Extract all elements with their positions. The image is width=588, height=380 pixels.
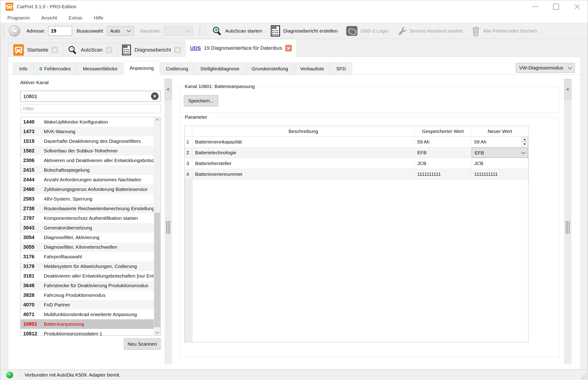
channel-item-3181[interactable]: 3181Deaktivieren aller Entwicklungsbotsc… [21,271,157,281]
subtab-anpassung[interactable]: Anpassung [124,61,160,75]
channel-item-10812[interactable]: 10812Produktionsprozessdaten 1 [21,329,157,336]
new-value-cell[interactable]: 1111111111 [471,169,528,179]
scrollbar-thumb[interactable] [154,213,160,327]
obd2-engine-icon [346,26,358,36]
active-channel-input[interactable] [21,91,149,102]
channel-item-1519[interactable]: 1519Dauerhafte Deaktivierung des Diagnos… [21,136,157,146]
toolbar-grip[interactable] [199,26,202,36]
channel-item-2787[interactable]: 2787Komponentenschutz Authentifikation s… [21,213,157,223]
clear-channel-icon[interactable] [151,92,159,100]
channel-item-2415[interactable]: 2415Botschaftsspiegelung [21,165,157,175]
splitter-grip-icon[interactable] [566,221,567,234]
corner-cell [185,126,192,136]
subtab-grundeinstellung[interactable]: Grundeinstellung [245,63,294,75]
spinner-up-icon[interactable] [522,137,528,142]
collapse-right-button[interactable]: < [564,79,571,100]
connect-go-button[interactable] [8,25,21,37]
autoscan-start-button[interactable]: AutoScan starten [208,24,266,38]
channel-item-2460[interactable]: 2460Zyklisierungsgrenze Anforderung Batt… [21,185,157,194]
channel-item-3828[interactable]: 3828Fahrzeug Produktionsmodus [21,290,157,300]
toolbar: Adresse: Busauswahl: Auto Baudrate: Auto… [0,23,588,39]
save-button[interactable]: Speichern... [184,95,218,107]
subtab-sfd[interactable]: SFD [330,63,352,75]
channel-item-1440[interactable]: 1440WakeUpMonitor Konfiguration [21,117,157,127]
create-report-button[interactable]: OBD Diagnosebericht erstellen [266,24,342,38]
param-description: Batterietechnologie [192,147,415,158]
scroll-down-icon[interactable] [154,329,160,335]
channel-item-2444[interactable]: 2444Anzahl Anforderungen autonomes Nachl… [21,175,157,185]
bus-select[interactable]: Auto [107,26,134,36]
parameter-table-header: Beschreibung Gespeicherter Wert Neuer We… [185,126,528,137]
toolbar-grip[interactable] [2,26,4,36]
channel-item-1473[interactable]: 1473MVK-Warnung [21,127,157,136]
channel-item-10801[interactable]: 10801Batterieanpassung [21,319,157,329]
right-splitter[interactable]: < [564,79,571,364]
menu-ansicht[interactable]: Ansicht [36,13,63,23]
menu-extras[interactable]: Extras [63,13,88,23]
menu-bar: Programm Ansicht Extras Hilfe [0,13,588,23]
subtab-info[interactable]: Info [13,63,34,75]
param-row-3: 3BatterieherstellerJCBJCB [185,158,528,169]
rescan-button[interactable]: Neu Scannen [124,338,161,350]
channel-item-2738[interactable]: 2738Routenbasierte Reichweitenberechnung… [21,204,157,213]
connection-status-led-icon [6,372,13,378]
close-button[interactable] [567,0,588,13]
autoscan-play-icon [212,26,222,36]
menu-hilfe[interactable]: Hilfe [88,13,109,23]
scroll-up-icon[interactable] [154,117,160,123]
left-splitter[interactable]: < [165,79,172,364]
channel-item-3055[interactable]: 3055Diagnosefilter, Kilometerschwellen [21,242,157,252]
new-value-cell[interactable]: 59 Ah [471,137,528,147]
channel-item-3178[interactable]: 3178Meldesystem für Abweichungen, Codier… [21,262,157,271]
tab-autoscan[interactable]: AutoScan [63,43,117,57]
close-active-tab-icon[interactable] [285,45,292,51]
subtab-messwertblöcke[interactable]: Messwertblöcke [77,63,124,75]
diagnose-mode-select[interactable]: VW-Diagnosemodus [516,63,575,73]
baudrate-select [164,26,193,36]
spinner-down-icon[interactable] [522,142,528,147]
uds-icon: UDS [190,45,201,51]
resize-grip-icon[interactable] [585,378,586,379]
close-tab-icon[interactable] [106,47,112,53]
new-value-combobox[interactable]: EFB [472,148,528,158]
tab-uds-19-datenbus[interactable]: UDS 19 Diagnoseinterface für Datenbus [185,39,296,57]
channel-item-3054[interactable]: 3054Diagnosefilter, Aktivierung [21,233,157,242]
subtab-codierung[interactable]: Codierung [160,63,194,75]
clear-all-dtc-button: Alle Fehlercodes löschen [467,24,541,38]
subtab-stellglieddiagnose[interactable]: Stellglieddiagnose [194,63,246,75]
trash-icon [471,25,480,37]
value-spinner[interactable] [522,137,528,147]
stored-value: EFB [415,147,471,158]
status-text: Verbunden mit AutoDia K509. Adapter bere… [24,370,121,380]
channel-item-1562[interactable]: 1562Sollverbau der Subbus-Teilnehmer [21,146,157,156]
subtab-fehlercodes[interactable]: 0Fehlercodes [33,63,77,75]
channel-item-4071[interactable]: 4071Multifunktionslenkrad erweiterte Anp… [21,310,157,319]
new-value-cell[interactable]: EFB [471,147,528,158]
obd-report-icon: OBD [122,44,131,56]
close-tab-icon[interactable] [52,47,58,53]
collapse-left-button[interactable]: < [165,79,172,100]
new-value-cell[interactable]: JCB [471,158,528,169]
menu-programm[interactable]: Programm [2,13,36,23]
channel-item-2583[interactable]: 258348V-System, Sperrung [21,194,157,204]
active-channel-label: Aktiver Kanal [20,80,49,85]
channel-item-4070[interactable]: 4070FoD Partner [21,300,157,310]
close-tab-icon[interactable] [174,47,181,53]
channel-item-3043[interactable]: 3043Generatorübersetzung [21,223,157,233]
minimize-button[interactable] [525,0,546,13]
channel-item-2306[interactable]: 2306Aktivieren und Deaktivieren aller En… [21,156,157,165]
stored-value: JCB [415,158,471,169]
service-assistant-button: Service-Assistent starten [393,24,467,38]
filter-input[interactable] [20,104,161,113]
channel-item-3648[interactable]: 3648Fahrstrecke für Deaktivierung Produk… [21,281,157,290]
channel-item-3176[interactable]: 3176Fahrprofilauswahl [21,252,157,262]
address-input[interactable] [48,26,72,36]
row-number: 4 [185,169,192,179]
tab-startseite[interactable]: Startseite [8,43,63,57]
tab-diagnosebericht[interactable]: OBD Diagnosebericht [117,43,186,57]
subtab-verbauliste[interactable]: Verbauliste [294,63,330,75]
splitter-grip-icon[interactable] [166,221,167,234]
channel-list-scrollbar[interactable] [154,117,160,335]
app-logo-car-icon [5,2,14,11]
maximize-button[interactable] [546,0,567,13]
